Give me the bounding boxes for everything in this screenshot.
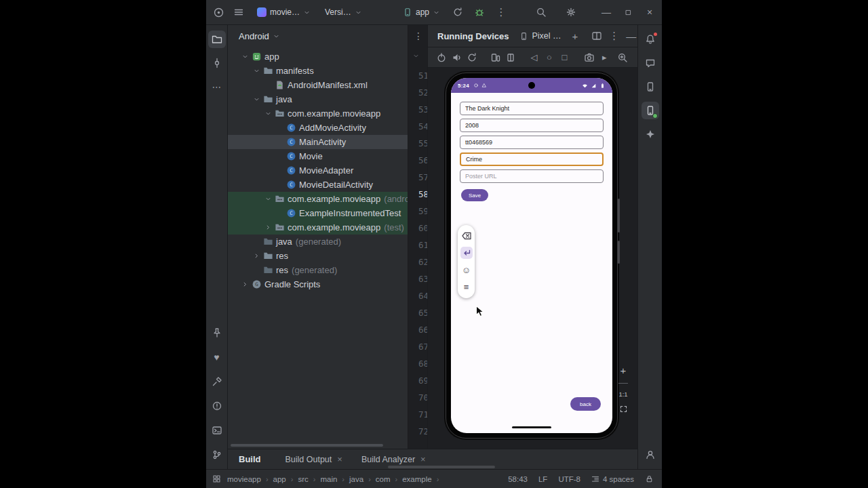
settings-gear-icon[interactable]: [563, 4, 579, 20]
scrollbar-thumb[interactable]: [388, 466, 495, 468]
debug-icon[interactable]: [471, 4, 488, 20]
tree-item-res[interactable]: res: [228, 249, 408, 263]
back-nav-icon[interactable]: ◁: [527, 50, 540, 65]
tree-item-movie[interactable]: CMovie: [228, 149, 408, 163]
breadcrumb-example[interactable]: example: [402, 475, 431, 483]
collapse-chevron-icon[interactable]: [262, 195, 274, 203]
version-control-icon[interactable]: [208, 446, 226, 464]
breadcrumb-java[interactable]: java: [349, 475, 363, 483]
emoji-icon[interactable]: ☺: [460, 264, 473, 277]
search-everywhere-icon[interactable]: [533, 4, 549, 20]
tree-item-exampleinstrumentedtest[interactable]: CExampleInstrumentedTest: [228, 206, 408, 220]
tree-item-res-generated[interactable]: res(generated): [228, 263, 408, 277]
build-icon[interactable]: [208, 373, 226, 390]
fit-screen-icon[interactable]: [619, 405, 628, 413]
year-field[interactable]: [460, 119, 604, 132]
device-screen[interactable]: 5:24 Save: [451, 78, 612, 433]
running-devices-icon[interactable]: [642, 102, 659, 119]
gemini-icon[interactable]: [642, 125, 659, 143]
project-widget[interactable]: movie…: [253, 5, 315, 19]
more-h-icon[interactable]: ⋯: [208, 78, 226, 96]
expand-chevron-icon[interactable]: [262, 224, 274, 231]
tab-build-analyzer[interactable]: Build Analyzer×: [355, 451, 433, 467]
tree-item-movieadapter[interactable]: CMovieAdapter: [228, 163, 408, 178]
collapse-chevron-icon[interactable]: [239, 53, 251, 60]
device-tab[interactable]: Pixel …: [515, 28, 565, 43]
home-nav-icon[interactable]: ○: [542, 50, 556, 65]
horizontal-scrollbar[interactable]: [231, 444, 383, 447]
breadcrumb-movieapp[interactable]: movieapp: [227, 475, 261, 483]
collapse-chevron-icon[interactable]: [262, 110, 274, 117]
notifications-icon[interactable]: [642, 30, 659, 48]
tree-item-addmovieactivity[interactable]: CAddMovieActivity: [228, 121, 408, 135]
expand-chevron-icon[interactable]: [239, 281, 251, 288]
expand-icon[interactable]: ▸: [597, 50, 611, 65]
zoom-in-icon[interactable]: +: [620, 365, 627, 376]
breadcrumb-app[interactable]: app: [273, 475, 286, 483]
split-view-icon[interactable]: [591, 28, 602, 43]
backspace-icon[interactable]: [460, 230, 473, 242]
file-encoding[interactable]: UTF-8: [558, 475, 580, 483]
line-ending[interactable]: LF: [538, 475, 547, 483]
tree-item-com-example-movieapp[interactable]: com.example.movieapp: [228, 106, 408, 121]
readonly-lock-icon[interactable]: [645, 474, 654, 483]
imdb-id-field[interactable]: [460, 136, 604, 149]
tree-item-manifests[interactable]: manifests: [228, 64, 408, 78]
rotate-icon[interactable]: [465, 50, 479, 65]
tree-item-moviedetailactivity[interactable]: CMovieDetailActivity: [228, 178, 408, 192]
code-fold-icon[interactable]: [412, 52, 420, 60]
tree-item-gradle-scripts[interactable]: GGradle Scripts: [228, 277, 408, 291]
genre-field[interactable]: [460, 152, 604, 166]
tree-item-java-generated[interactable]: java(generated): [228, 235, 408, 249]
editor-options-icon[interactable]: ⋮: [414, 30, 423, 41]
close-window-icon[interactable]: ×: [639, 0, 660, 24]
project-view-selector[interactable]: Android: [239, 31, 280, 41]
tab-build-output[interactable]: Build Output×: [279, 451, 349, 467]
keyboard-menu-icon[interactable]: ≡: [460, 281, 473, 293]
volume-icon[interactable]: [450, 50, 463, 65]
back-button[interactable]: back: [570, 397, 601, 411]
maximize-window-icon[interactable]: [617, 0, 639, 24]
tree-item-com-example-movieapp-androidtest[interactable]: com.example.movieapp(androidTest): [228, 192, 408, 206]
problems-icon[interactable]: [208, 397, 226, 415]
ai-assistant-icon[interactable]: [642, 54, 659, 72]
tree-item-androidmanifest-xml[interactable]: AndroidManifest.xml: [228, 78, 408, 92]
tree-item-app[interactable]: app: [228, 49, 408, 64]
zoom-mode-icon[interactable]: [616, 50, 629, 65]
screenshot-icon[interactable]: [583, 50, 596, 65]
run-configuration[interactable]: app: [399, 5, 444, 19]
breadcrumb-src[interactable]: src: [298, 475, 308, 483]
tree-item-mainactivity[interactable]: CMainActivity: [228, 135, 408, 149]
vcs-widget[interactable]: Versi…: [321, 5, 366, 19]
collapse-chevron-icon[interactable]: [250, 96, 262, 103]
build-title[interactable]: Build: [239, 454, 261, 464]
zoom-ratio-button[interactable]: 1:1: [618, 390, 627, 398]
tree-item-java[interactable]: java: [228, 92, 408, 106]
favorites-icon[interactable]: ♥: [208, 348, 226, 366]
breadcrumb-com[interactable]: com: [376, 475, 391, 483]
indent-setting[interactable]: 4 spaces: [591, 475, 634, 483]
enter-icon[interactable]: [460, 247, 473, 259]
close-tab-icon[interactable]: ×: [337, 454, 342, 464]
sync-project-icon[interactable]: [450, 4, 466, 20]
save-button[interactable]: Save: [461, 189, 488, 201]
recents-nav-icon[interactable]: □: [557, 50, 571, 65]
fold-closed-icon[interactable]: [504, 50, 517, 65]
commit-icon[interactable]: [208, 54, 226, 72]
title-field[interactable]: [460, 102, 604, 115]
more-actions-icon[interactable]: ⋮: [493, 4, 509, 20]
caret-position[interactable]: 58:43: [508, 475, 528, 483]
pin-icon[interactable]: [208, 324, 226, 342]
device-manager-icon[interactable]: [642, 78, 659, 96]
poster-url-field[interactable]: [460, 169, 604, 183]
close-tab-icon[interactable]: ×: [420, 454, 426, 464]
tree-item-com-example-movieapp-test[interactable]: com.example.movieapp(test): [228, 220, 408, 235]
add-device-icon[interactable]: +: [572, 28, 578, 43]
collapse-chevron-icon[interactable]: [250, 67, 262, 75]
profile-icon[interactable]: [642, 446, 659, 464]
status-grid-icon[interactable]: [212, 474, 221, 483]
project-icon[interactable]: [208, 30, 226, 48]
terminal-icon[interactable]: [208, 422, 226, 439]
main-menu-icon[interactable]: [231, 4, 247, 20]
minimize-window-icon[interactable]: —: [595, 0, 617, 24]
